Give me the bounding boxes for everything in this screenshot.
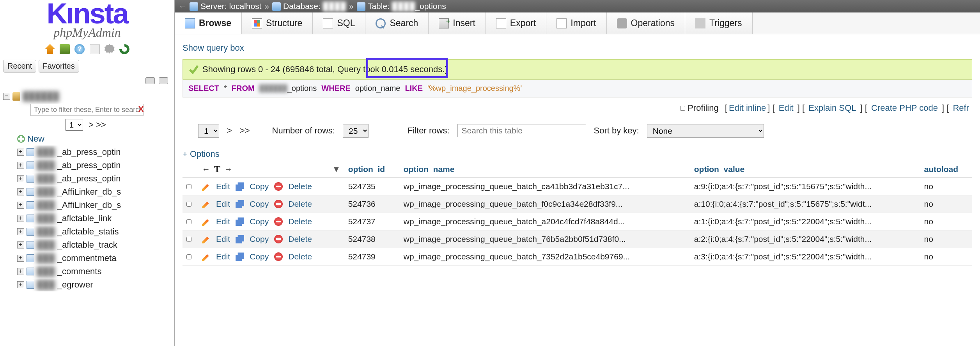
col-option-value[interactable]: option_value [690, 161, 920, 178]
table-name[interactable]: _AffiLinker_db_s [57, 200, 121, 210]
row-checkbox[interactable] [186, 202, 191, 207]
copy-row-link[interactable]: Copy [250, 182, 269, 191]
tab-operations[interactable]: Operations [607, 12, 686, 34]
table-node[interactable]: +███_ab_press_optin [17, 159, 171, 172]
delete-row-link[interactable]: Delete [288, 182, 312, 191]
tab-structure[interactable]: Structure [242, 12, 313, 34]
expand-icon[interactable]: + [17, 268, 24, 275]
favorites-tab[interactable]: Favorites [39, 60, 79, 73]
table-name[interactable]: _commentmeta [57, 253, 117, 263]
server-value[interactable]: localhost [229, 2, 262, 11]
delete-row-link[interactable]: Delete [288, 217, 312, 226]
col-autoload[interactable]: autoload [920, 161, 972, 178]
table-node[interactable]: +███_aflctable_track [17, 238, 171, 252]
new-table-label[interactable]: New [27, 134, 44, 144]
back-arrow-icon[interactable]: ← [179, 2, 186, 11]
options-toggle-link[interactable]: + Options [183, 149, 220, 159]
tree-page-next[interactable]: > >> [89, 120, 106, 130]
expand-icon[interactable]: + [17, 149, 24, 156]
expand-icon[interactable]: + [17, 188, 24, 195]
refresh-link[interactable]: Refr [953, 103, 969, 113]
logout-icon[interactable] [60, 44, 70, 54]
table-node[interactable]: +███_commentmeta [17, 252, 171, 265]
recent-tab[interactable]: Recent [3, 60, 36, 73]
tab-export[interactable]: Export [486, 12, 546, 34]
profiling-checkbox[interactable] [680, 106, 685, 111]
tree-page-select[interactable]: 1 [65, 119, 83, 131]
edit-link[interactable]: Edit [779, 103, 794, 113]
numrows-select[interactable]: 25 [343, 124, 369, 138]
row-checkbox[interactable] [186, 237, 191, 242]
table-name[interactable]: _AffiLinker_db_s [57, 187, 121, 197]
table-name[interactable]: _aflctable_link [57, 213, 112, 224]
reload-icon[interactable] [119, 44, 129, 54]
toggle-column-icon[interactable] [214, 164, 220, 174]
table-node[interactable]: +███_comments [17, 265, 171, 278]
copy-row-link[interactable]: Copy [250, 234, 269, 244]
expand-icon[interactable]: + [17, 228, 24, 235]
page-number-select[interactable]: 1 [198, 124, 219, 138]
sql-doc-icon[interactable] [90, 44, 100, 54]
table-node[interactable]: +███_ab_press_optin [17, 172, 171, 185]
delete-row-link[interactable]: Delete [288, 234, 312, 244]
tab-sql[interactable]: SQL [313, 12, 365, 34]
docs-icon[interactable] [74, 44, 85, 54]
edit-row-link[interactable]: Edit [216, 234, 230, 244]
sort-by-key-select[interactable]: None [647, 124, 764, 138]
clear-filter-icon[interactable]: X [138, 104, 144, 114]
edit-row-link[interactable]: Edit [216, 199, 230, 209]
table-prefix[interactable]: ████ [392, 2, 415, 11]
create-php-link[interactable]: Create PHP code [871, 103, 938, 113]
collapse-icon[interactable] [145, 77, 155, 84]
database-name[interactable]: ██████ [23, 91, 59, 101]
expand-icon[interactable]: + [17, 175, 24, 182]
last-page-button[interactable]: >> [240, 126, 250, 136]
database-name[interactable]: ████ [323, 2, 346, 11]
col-option-id[interactable]: option_id [344, 161, 400, 178]
tab-search[interactable]: Search [365, 12, 429, 34]
explain-sql-link[interactable]: Explain SQL [808, 103, 856, 113]
tab-triggers[interactable]: Triggers [685, 12, 753, 34]
row-checkbox[interactable] [186, 219, 191, 224]
expand-icon[interactable]: + [17, 281, 24, 288]
new-table-node[interactable]: New [17, 132, 171, 145]
table-node[interactable]: +███_AffiLinker_db_s [17, 199, 171, 212]
arrow-left-icon[interactable] [202, 165, 210, 174]
table-node[interactable]: +███_ab_press_optin [17, 145, 171, 159]
edit-row-link[interactable]: Edit [216, 217, 230, 226]
home-icon[interactable] [45, 44, 55, 54]
edit-inline-link[interactable]: Edit inline [729, 103, 766, 113]
tab-insert[interactable]: Insert [429, 12, 486, 34]
db-root-node[interactable]: − ██████ [3, 90, 171, 102]
delete-row-link[interactable]: Delete [288, 252, 312, 261]
minus-icon[interactable]: − [3, 93, 10, 100]
col-option-name[interactable]: option_name [400, 161, 690, 178]
edit-row-link[interactable]: Edit [216, 252, 230, 261]
tree-filter-input[interactable] [30, 104, 144, 116]
filter-rows-input[interactable] [457, 124, 586, 137]
sort-indicator-icon[interactable]: ▼ [332, 165, 340, 174]
link-icon[interactable] [159, 77, 168, 84]
table-node[interactable]: +███_aflctable_statis [17, 225, 171, 238]
next-page-button[interactable]: > [227, 126, 232, 136]
table-node[interactable]: +███_egrower [17, 278, 171, 291]
table-name[interactable]: _egrower [57, 280, 93, 290]
copy-row-link[interactable]: Copy [250, 217, 269, 226]
table-name[interactable]: _aflctable_statis [57, 227, 119, 237]
expand-icon[interactable]: + [17, 255, 24, 262]
row-checkbox[interactable] [186, 254, 191, 259]
copy-row-link[interactable]: Copy [250, 199, 269, 209]
tab-browse[interactable]: Browse [175, 12, 242, 34]
row-checkbox[interactable] [186, 184, 191, 189]
expand-icon[interactable]: + [17, 215, 24, 222]
tab-import[interactable]: Import [546, 12, 606, 34]
table-name[interactable]: _aflctable_track [57, 240, 117, 250]
expand-icon[interactable]: + [17, 241, 24, 248]
table-node[interactable]: +███_aflctable_link [17, 212, 171, 225]
settings-icon[interactable] [105, 44, 115, 54]
delete-row-link[interactable]: Delete [288, 199, 312, 209]
expand-icon[interactable]: + [17, 202, 24, 209]
expand-icon[interactable]: + [17, 162, 24, 169]
table-name[interactable]: _ab_press_optin [57, 147, 121, 157]
table-name[interactable]: _comments [57, 266, 102, 277]
